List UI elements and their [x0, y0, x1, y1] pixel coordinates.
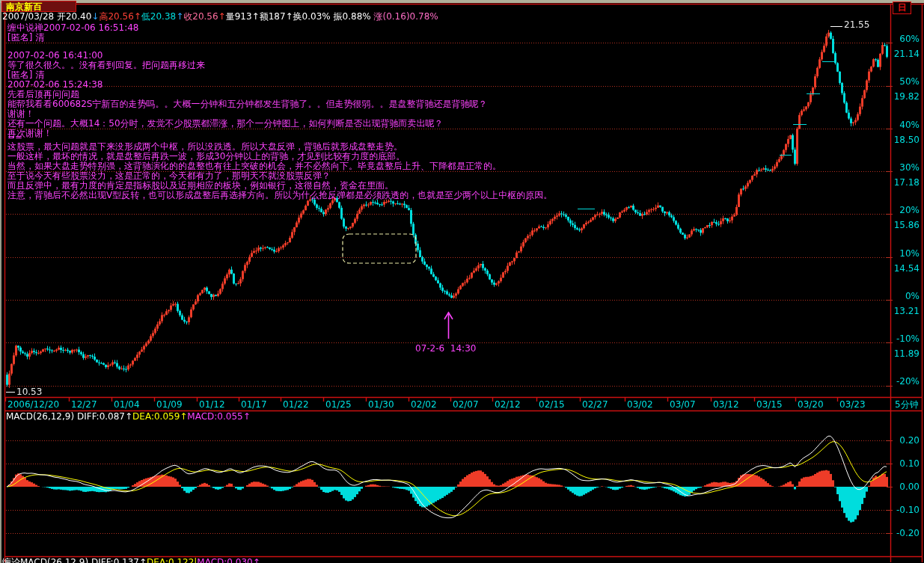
- date-label: 02/15: [539, 400, 565, 410]
- chat-line: 2007-02-06 15:24:38: [7, 80, 487, 90]
- macd-header: MACD(26,12,9) DIFF:0.087↑DEA:0.059↑MACD:…: [6, 412, 251, 422]
- period-label[interactable]: 5分钟: [895, 400, 919, 410]
- date-label: 01/30: [368, 400, 394, 410]
- quote-info-segment: 开20.40: [57, 11, 91, 22]
- date-label: 03/20: [798, 400, 824, 410]
- macd-header-segment: DIFF:0.087: [77, 411, 125, 422]
- quote-info-segment: 2007/03/28: [2, 11, 57, 22]
- macd-header-segment: MACD(26,12,9): [6, 411, 77, 422]
- trading-app-window: 南京新百 日 2007/03/28 开20.40↓高20.56↑低20.38↑收…: [0, 0, 924, 563]
- date-label: 03/12: [713, 400, 739, 410]
- price-axis-pct-label: 30%: [875, 163, 920, 173]
- date-label: 03/07: [670, 400, 696, 410]
- macd-axis-label: -0.10: [875, 505, 920, 515]
- bottom-bar-segment: DEA:0.122: [147, 558, 194, 563]
- price-axis-pct-label: -10%: [875, 334, 920, 344]
- price-axis-price-label: 21.14: [875, 49, 920, 59]
- quote-info-segment: ↑: [134, 11, 141, 22]
- macd-header-segment: MACD:0.055: [187, 411, 242, 422]
- date-label: 02/07: [453, 400, 479, 410]
- date-label: 03/23: [839, 400, 866, 410]
- quote-info-segment: ↓: [91, 11, 99, 22]
- date-label: 01/04: [114, 400, 140, 410]
- price-axis-price-label: 19.82: [875, 92, 920, 102]
- date-label: 01/22: [283, 400, 309, 410]
- price-axis-pct-label: 0%: [875, 292, 920, 301]
- macd-header-segment: ↑: [243, 411, 251, 422]
- quote-info-segment: ↑: [252, 11, 260, 22]
- chat-block: ==这股票，最大问题就是下来没形成两个中枢，所以没跌透。所以大盘反弹，背驰后就形…: [7, 132, 552, 200]
- low-price-label: 10.53: [16, 387, 42, 397]
- date-label: 01/25: [325, 400, 352, 410]
- chat-block: 2007-02-06 16:41:00等了很久很久。。没有看到回复。把问题再移过…: [7, 51, 487, 138]
- chat-line: 注意，背驰后不必然出现V型反转，也可以形成盘整后再选择方向。所以为什么抢反弹都是…: [7, 191, 552, 200]
- high-price-label: 21.55: [844, 20, 869, 30]
- quote-info-segment: 低20.38: [141, 11, 176, 22]
- price-axis-pct-label: 10%: [875, 249, 920, 259]
- date-label: 02/12: [495, 400, 521, 410]
- date-label: 12/27: [71, 400, 97, 410]
- quote-info-segment: ↑: [286, 11, 293, 22]
- date-label: 03/15: [756, 400, 783, 410]
- quote-info-segment: 0.78%: [410, 11, 438, 22]
- stock-title: 南京新百: [1, 1, 76, 12]
- date-label: 02/02: [411, 400, 437, 410]
- quote-info-segment: 振0.88%: [334, 11, 374, 22]
- bottom-bar-segment: 缠论MACD(26,12,9) DIFF:0.137: [2, 558, 139, 563]
- event-time-label: 07-2-6 14:30: [415, 344, 476, 354]
- bottom-bar-segment: MACD:0.030: [197, 558, 252, 563]
- quote-info-segment: 收20.56: [183, 11, 218, 22]
- macd-axis-label: 0.10: [875, 459, 920, 469]
- chat-block: 缠中说禅2007-02-06 16:51:48[匿名] 清: [7, 23, 138, 43]
- macd-axis-label: -0.20: [875, 529, 920, 538]
- macd-header-segment: ↑: [125, 411, 132, 422]
- quote-info-bar: 2007/03/28 开20.40↓高20.56↑低20.38↑收20.56↑量…: [2, 12, 438, 22]
- price-axis-pct-label: 40%: [875, 120, 920, 130]
- chat-line: 等了很久很久。。没有看到回复。把问题再移过来: [7, 61, 487, 70]
- quote-info-segment: 涨: [373, 11, 382, 22]
- price-axis-pct-label: 60%: [875, 34, 920, 44]
- date-label: 03/02: [627, 400, 653, 410]
- bottom-bar-segment: ↑: [253, 558, 260, 563]
- quote-info-segment: (0.16): [382, 11, 409, 22]
- date-label: 2006/12/20: [7, 400, 59, 410]
- quote-info-segment: 高20.56: [99, 11, 133, 22]
- daily-period-button[interactable]: 日: [893, 1, 911, 14]
- price-axis-price-label: 13.21: [875, 307, 920, 316]
- price-axis-pct-label: -20%: [875, 377, 920, 387]
- bottom-bar-segment: ↑: [139, 558, 147, 563]
- chat-line: 还有一个问题。大概14：50分时，发觉不少股票都滞涨，那个一分钟图上，如何判断是…: [7, 119, 487, 129]
- quote-info-segment: ↑: [176, 11, 183, 22]
- chat-line: 能帮我看看600682S宁新百的走势吗。。大概一分钟和五分钟都发生背驰了。。但走…: [7, 99, 487, 109]
- date-label: 01/17: [241, 400, 267, 410]
- price-axis-price-label: 17.18: [875, 178, 920, 188]
- price-axis-price-label: 14.54: [875, 264, 920, 274]
- price-axis-pct-label: 20%: [875, 206, 920, 215]
- price-axis-price-label: 15.86: [875, 221, 920, 230]
- quote-info-segment: ↑: [218, 11, 226, 22]
- date-label: 02/27: [582, 400, 608, 410]
- window-top-border: [0, 0, 924, 3]
- date-label: 01/12: [199, 400, 225, 410]
- quote-info-segment: 量913: [226, 11, 252, 22]
- chat-line: [匿名] 清: [7, 33, 138, 43]
- bottom-indicator-header-clipped: 缠论MACD(26,12,9) DIFF:0.137↑DEA:0.122|MAC…: [2, 558, 260, 563]
- price-axis-pct-label: 50%: [875, 77, 920, 87]
- macd-axis-label: 0.00: [875, 482, 920, 492]
- macd-header-segment: DEA:0.059: [132, 411, 180, 422]
- price-axis-price-label: 18.50: [875, 135, 920, 145]
- macd-header-segment: ↑: [180, 411, 187, 422]
- date-label: 01/09: [156, 400, 183, 410]
- price-axis-price-label: 11.89: [875, 349, 920, 359]
- macd-axis-label: 0.20: [875, 436, 920, 446]
- quote-info-segment: 额187: [260, 11, 286, 22]
- quote-info-segment: 换0.03%: [293, 11, 334, 22]
